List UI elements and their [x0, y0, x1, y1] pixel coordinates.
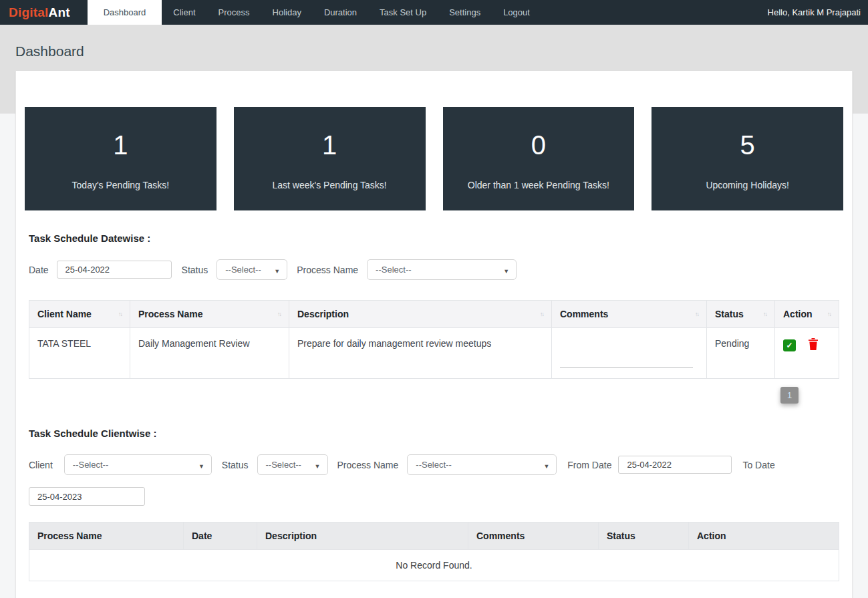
stat-label: Older than 1 week Pending Tasks! [468, 180, 609, 190]
stat-card-older-pending: 0 Older than 1 week Pending Tasks! [443, 107, 635, 210]
cell-comments [552, 328, 707, 379]
page-1-button[interactable]: 1 [780, 387, 799, 404]
clientwise-section-title: Task Schedule Clientwise : [29, 428, 839, 439]
col-header-comments[interactable]: Comments [468, 522, 599, 550]
brand-logo[interactable]: DigitalAnt [0, 0, 79, 25]
col-header-process-name[interactable]: Process Name↑↓ [130, 301, 289, 328]
sort-arrows-icon: ↑↓ [827, 311, 831, 317]
nav-item-holiday[interactable]: Holiday [261, 0, 313, 25]
sort-arrows-icon: ↑↓ [763, 311, 766, 317]
process-name-label: Process Name [297, 265, 358, 275]
stat-cards: 1 Today's Pending Tasks! 1 Last week's P… [25, 107, 843, 210]
nav-item-duration[interactable]: Duration [313, 0, 368, 25]
from-date-label: From Date [567, 460, 611, 470]
empty-row: No Record Found. [29, 550, 839, 581]
datewise-table-header-row: Client Name↑↓ Process Name↑↓ Description… [29, 301, 839, 328]
content-panel: 1 Today's Pending Tasks! 1 Last week's P… [15, 71, 853, 598]
chevron-down-icon: ▼ [315, 463, 321, 470]
clientwise-client-select[interactable]: --Select-- ▼ [64, 454, 212, 475]
col-header-description[interactable]: Description [257, 522, 468, 550]
col-header-comments[interactable]: Comments↑↓ [552, 301, 707, 328]
sort-arrows-icon: ↑↓ [277, 311, 281, 317]
date-label: Date [29, 265, 49, 275]
col-header-process-name[interactable]: Process Name [29, 522, 184, 550]
stat-value: 1 [322, 132, 337, 158]
datewise-status-select[interactable]: --Select-- ▼ [216, 259, 287, 280]
selected-value: --Select-- [266, 460, 301, 470]
process-name-label: Process Name [337, 460, 399, 470]
datewise-process-select[interactable]: --Select-- ▼ [367, 259, 517, 280]
stat-card-last-week-pending: 1 Last week's Pending Tasks! [234, 107, 426, 210]
chevron-down-icon: ▼ [274, 268, 280, 275]
chevron-down-icon: ▼ [543, 463, 549, 470]
col-header-status[interactable]: Status [599, 522, 689, 550]
stat-label: Today's Pending Tasks! [72, 180, 170, 190]
cell-action: ✓ [775, 328, 839, 379]
col-header-date[interactable]: Date [184, 522, 257, 550]
datewise-filters: Date Status --Select-- ▼ Process Name --… [29, 259, 839, 280]
datewise-section-title: Task Schedule Datewise : [29, 233, 839, 244]
clientwise-to-date-input[interactable] [29, 487, 145, 506]
clientwise-table: Process Name Date Description Comments S… [29, 522, 839, 581]
col-header-description[interactable]: Description↑↓ [289, 301, 552, 328]
nav-item-settings[interactable]: Settings [438, 0, 492, 25]
clientwise-status-select[interactable]: --Select-- ▼ [257, 454, 328, 475]
nav-item-task-set-up[interactable]: Task Set Up [368, 0, 438, 25]
approve-check-icon[interactable]: ✓ [783, 339, 796, 351]
nav-item-dashboard[interactable]: Dashboard [88, 0, 162, 25]
selected-value: --Select-- [376, 265, 411, 275]
stat-value: 5 [740, 132, 755, 158]
brand-accent-text: Digital [9, 5, 48, 20]
nav-items: Dashboard Client Process Holiday Duratio… [88, 0, 541, 25]
cell-process-name: Daily Management Review [130, 328, 289, 379]
stat-label: Upcoming Holidays! [706, 180, 789, 190]
chevron-down-icon: ▼ [503, 268, 509, 275]
user-greeting: Hello, Kartik M Prajapati [768, 0, 868, 25]
to-date-row [29, 487, 839, 506]
client-label: Client [29, 460, 53, 470]
cell-client-name: TATA STEEL [29, 328, 130, 379]
sort-arrows-icon: ↑↓ [540, 311, 543, 317]
to-date-label: To Date [742, 460, 774, 470]
delete-trash-icon[interactable] [809, 338, 818, 352]
nav-item-logout[interactable]: Logout [492, 0, 541, 25]
col-header-action[interactable]: Action [689, 522, 839, 550]
stat-label: Last week's Pending Tasks! [272, 180, 386, 190]
stat-card-upcoming-holidays: 5 Upcoming Holidays! [652, 107, 843, 210]
nav-item-process[interactable]: Process [207, 0, 261, 25]
sort-arrows-icon: ↑↓ [695, 311, 698, 317]
stat-value: 1 [113, 132, 128, 158]
status-label: Status [182, 265, 208, 275]
stat-card-today-pending: 1 Today's Pending Tasks! [25, 107, 216, 210]
selected-value: --Select-- [416, 460, 451, 470]
sort-arrows-icon: ↑↓ [118, 311, 122, 317]
page-title: Dashboard [0, 25, 868, 59]
selected-value: --Select-- [73, 460, 108, 470]
selected-value: --Select-- [225, 265, 261, 275]
col-header-client-name[interactable]: Client Name↑↓ [29, 301, 130, 328]
clientwise-from-date-input[interactable] [618, 456, 732, 474]
col-header-status[interactable]: Status↑↓ [707, 301, 775, 328]
datewise-table: Client Name↑↓ Process Name↑↓ Description… [29, 300, 839, 379]
col-header-action[interactable]: Action↑↓ [775, 301, 839, 328]
top-nav: DigitalAnt Dashboard Client Process Holi… [0, 0, 868, 25]
stat-value: 0 [531, 132, 546, 158]
brand-rest-text: Ant [48, 5, 69, 20]
status-label: Status [222, 460, 249, 470]
cell-description: Prepare for daily management review meet… [289, 328, 552, 379]
clientwise-table-header-row: Process Name Date Description Comments S… [29, 522, 839, 550]
nav-item-client[interactable]: Client [162, 0, 206, 25]
table-row: TATA STEEL Daily Management Review Prepa… [29, 328, 839, 379]
clientwise-filters: Client --Select-- ▼ Status --Select-- ▼ … [29, 454, 839, 475]
comments-textarea[interactable] [560, 336, 693, 368]
datewise-date-input[interactable] [57, 261, 172, 279]
clientwise-process-select[interactable]: --Select-- ▼ [407, 454, 557, 475]
no-record-found-message: No Record Found. [29, 550, 839, 581]
datewise-pagination: 1 [29, 387, 839, 404]
chevron-down-icon: ▼ [198, 463, 204, 470]
cell-status: Pending [707, 328, 775, 379]
